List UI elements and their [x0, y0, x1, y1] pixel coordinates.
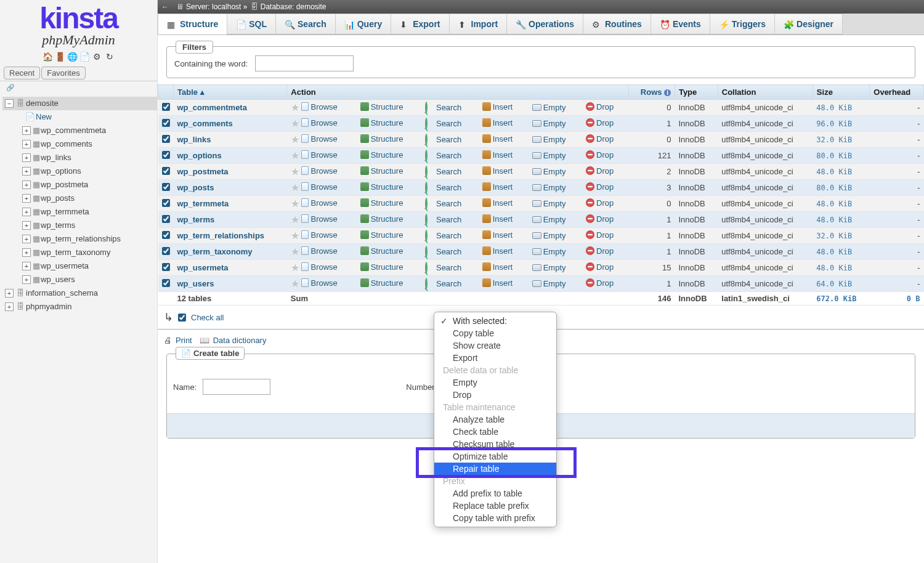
table-name-link[interactable]: wp_links	[177, 135, 211, 144]
breadcrumb-db[interactable]: demosite	[296, 2, 326, 11]
menu-item[interactable]: Copy table	[434, 327, 556, 339]
th-rows[interactable]: Rows i	[629, 85, 675, 100]
menu-item[interactable]: Drop	[434, 389, 556, 401]
menu-item[interactable]: Export	[434, 352, 556, 364]
gear-icon[interactable]: ⚙	[92, 52, 102, 62]
expand-icon[interactable]: +	[22, 208, 31, 216]
search-action[interactable]: Search	[425, 103, 461, 112]
sidebar-table-link[interactable]: wp_comments	[41, 137, 92, 151]
row-checkbox[interactable]	[162, 135, 170, 143]
exit-icon[interactable]: 🚪	[55, 52, 65, 62]
row-checkbox[interactable]	[162, 279, 170, 287]
structure-action[interactable]: Structure	[360, 198, 403, 208]
empty-action[interactable]: Empty	[532, 215, 566, 224]
docs-icon[interactable]: 📄	[80, 52, 90, 62]
insert-action[interactable]: Insert	[482, 150, 513, 160]
table-name-link[interactable]: wp_termmeta	[177, 199, 229, 208]
empty-action[interactable]: Empty	[532, 119, 566, 128]
structure-action[interactable]: Structure	[360, 278, 403, 288]
tab-export[interactable]: ⬇Export	[391, 14, 449, 34]
tab-designer[interactable]: 🧩Designer	[774, 14, 843, 34]
th-size[interactable]: Size	[813, 85, 869, 100]
tab-import[interactable]: ⬆Import	[449, 14, 508, 34]
drop-action[interactable]: Drop	[586, 102, 614, 111]
search-action[interactable]: Search	[425, 183, 461, 192]
drop-action[interactable]: Drop	[586, 214, 614, 224]
structure-action[interactable]: Structure	[360, 166, 403, 176]
th-table[interactable]: Table ▴	[174, 85, 287, 100]
browse-action[interactable]: Browse	[301, 102, 337, 111]
browse-action[interactable]: Browse	[301, 166, 337, 176]
row-checkbox[interactable]	[162, 247, 170, 255]
create-name-input[interactable]	[203, 379, 270, 395]
drop-action[interactable]: Drop	[586, 198, 614, 208]
expand-icon[interactable]: +	[22, 194, 31, 203]
back-icon[interactable]: ←	[161, 2, 170, 11]
table-name-link[interactable]: wp_term_relationships	[177, 231, 265, 240]
star-icon[interactable]: ★	[291, 230, 299, 241]
browse-action[interactable]: Browse	[301, 118, 337, 128]
repair-table-item[interactable]: Repair table	[434, 463, 556, 475]
db-root-label[interactable]: demosite	[26, 97, 59, 110]
structure-action[interactable]: Structure	[360, 214, 403, 224]
search-action[interactable]: Search	[425, 231, 461, 240]
th-overhead[interactable]: Overhead	[870, 85, 924, 100]
table-name-link[interactable]: wp_users	[177, 279, 214, 288]
breadcrumb-server[interactable]: localhost	[212, 2, 241, 11]
tab-search[interactable]: 🔍Search	[275, 14, 336, 34]
sidebar-table-link[interactable]: wp_terms	[41, 219, 75, 232]
sidebar-table-link[interactable]: wp_term_relationships	[41, 232, 121, 246]
drop-action[interactable]: Drop	[586, 278, 614, 288]
browse-action[interactable]: Browse	[301, 150, 337, 160]
tab-operations[interactable]: 🔧Operations	[506, 14, 583, 34]
browse-action[interactable]: Browse	[301, 262, 337, 272]
tab-routines[interactable]: ⚙Routines	[583, 14, 651, 34]
search-action[interactable]: Search	[425, 119, 461, 128]
new-table-link[interactable]: New	[36, 110, 52, 124]
row-checkbox[interactable]	[162, 151, 170, 159]
star-icon[interactable]: ★	[291, 134, 299, 145]
tab-events[interactable]: ⏰Events	[650, 14, 710, 34]
tab-structure[interactable]: ▦Structure	[158, 14, 227, 34]
structure-action[interactable]: Structure	[360, 102, 403, 111]
drop-action[interactable]: Drop	[586, 166, 614, 176]
expand-icon[interactable]: +	[5, 302, 14, 311]
tab-triggers[interactable]: ⚡Triggers	[710, 14, 775, 34]
expand-icon[interactable]: +	[22, 126, 31, 135]
structure-action[interactable]: Structure	[360, 182, 403, 192]
table-name-link[interactable]: wp_terms	[177, 215, 215, 224]
browse-action[interactable]: Browse	[301, 134, 337, 144]
empty-action[interactable]: Empty	[532, 199, 566, 208]
sidebar-table-link[interactable]: wp_term_taxonomy	[41, 246, 110, 259]
empty-action[interactable]: Empty	[532, 103, 566, 112]
insert-action[interactable]: Insert	[482, 230, 513, 240]
table-name-link[interactable]: wp_commentmeta	[177, 103, 247, 112]
star-icon[interactable]: ★	[291, 278, 299, 289]
table-name-link[interactable]: wp_usermeta	[177, 263, 229, 272]
menu-item[interactable]: Add prefix to table	[434, 487, 556, 500]
table-name-link[interactable]: wp_comments	[177, 119, 233, 128]
table-name-link[interactable]: wp_posts	[177, 183, 214, 192]
search-action[interactable]: Search	[425, 199, 461, 208]
search-action[interactable]: Search	[425, 247, 461, 256]
insert-action[interactable]: Insert	[482, 198, 513, 208]
star-icon[interactable]: ★	[291, 198, 299, 209]
check-all-box[interactable]	[178, 314, 186, 322]
browse-action[interactable]: Browse	[301, 278, 337, 288]
table-name-link[interactable]: wp_postmeta	[177, 167, 229, 176]
insert-action[interactable]: Insert	[482, 134, 513, 144]
empty-action[interactable]: Empty	[532, 231, 566, 240]
expand-icon[interactable]: +	[22, 153, 31, 162]
insert-action[interactable]: Insert	[482, 246, 513, 256]
filter-input[interactable]	[255, 55, 354, 71]
menu-item[interactable]: Replace table prefix	[434, 500, 556, 512]
expand-icon[interactable]: +	[22, 221, 31, 230]
empty-action[interactable]: Empty	[532, 247, 566, 256]
th-collation[interactable]: Collation	[718, 85, 813, 100]
sidebar-table-link[interactable]: wp_usermeta	[41, 259, 89, 273]
insert-action[interactable]: Insert	[482, 118, 513, 128]
star-icon[interactable]: ★	[291, 214, 299, 225]
browse-action[interactable]: Browse	[301, 246, 337, 256]
row-checkbox[interactable]	[162, 263, 170, 271]
structure-action[interactable]: Structure	[360, 150, 403, 160]
